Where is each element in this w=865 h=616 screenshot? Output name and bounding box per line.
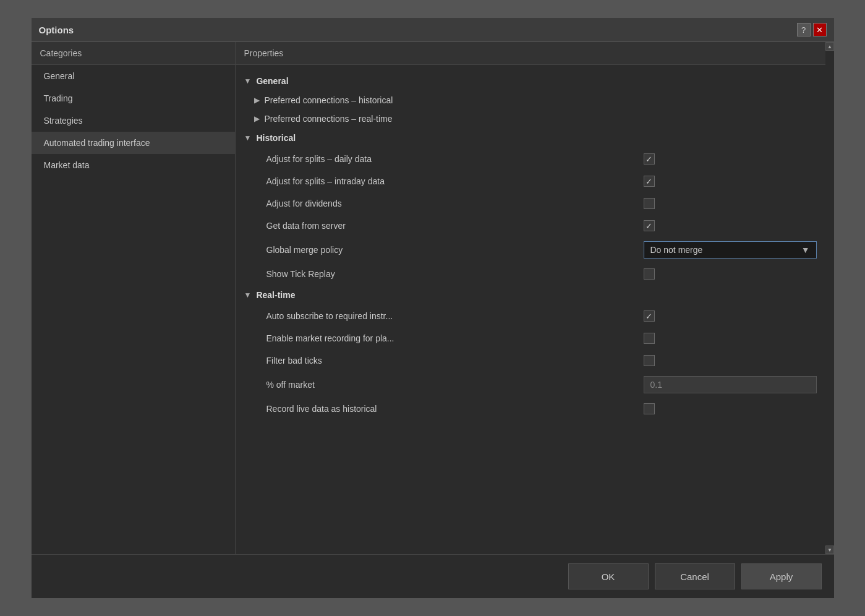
sidebar: Categories General Trading Strategies Au… — [32, 42, 236, 554]
cancel-button[interactable]: Cancel — [655, 563, 735, 589]
label-filter-bad-ticks: Filter bad ticks — [266, 356, 644, 366]
arrow-historical: ▼ — [244, 134, 252, 142]
arrow-preferred-hist: ▶ — [254, 96, 260, 105]
title-bar-left: Options — [39, 25, 74, 35]
label-adjust-splits-intraday: Adjust for splits – intraday data — [266, 176, 644, 186]
sidebar-item-automated-trading[interactable]: Automated trading interface — [32, 132, 235, 154]
arrow-preferred-rt: ▶ — [254, 114, 260, 123]
ok-button[interactable]: OK — [568, 563, 649, 589]
checkbox-show-tick-replay[interactable] — [644, 268, 655, 280]
label-show-tick-replay: Show Tick Replay — [266, 269, 644, 279]
label-enable-market-recording: Enable market recording for pla... — [266, 333, 644, 343]
row-adjust-dividends: Adjust for dividends — [236, 192, 825, 215]
dialog-title: Options — [39, 25, 74, 35]
scroll-track[interactable] — [825, 51, 834, 545]
properties-header: Properties — [236, 42, 825, 65]
control-get-data-server — [644, 220, 817, 231]
sidebar-item-trading[interactable]: Trading — [32, 87, 235, 109]
row-auto-subscribe: Auto subscribe to required instr... — [236, 305, 825, 327]
row-global-merge: Global merge policy Do not merge ▼ — [236, 237, 825, 263]
label-record-live-data: Record live data as historical — [266, 404, 644, 414]
control-show-tick-replay — [644, 268, 817, 280]
control-filter-bad-ticks — [644, 355, 817, 366]
label-adjust-dividends: Adjust for dividends — [266, 199, 644, 208]
row-enable-market-recording: Enable market recording for pla... — [236, 327, 825, 349]
properties-content[interactable]: ▼ General ▶ Preferred connections – hist… — [236, 65, 825, 554]
checkbox-auto-subscribe[interactable] — [644, 310, 655, 322]
apply-button[interactable]: Apply — [741, 563, 822, 589]
section-historical[interactable]: ▼ Historical — [236, 128, 825, 148]
label-adjust-splits-daily: Adjust for splits – daily data — [266, 154, 644, 164]
control-adjust-splits-daily — [644, 153, 817, 165]
sidebar-header: Categories — [32, 42, 235, 65]
label-pct-off-market: % off market — [266, 380, 644, 390]
control-record-live-data — [644, 403, 817, 414]
checkbox-record-live-data[interactable] — [644, 403, 655, 414]
row-record-live-data: Record live data as historical — [236, 398, 825, 420]
checkbox-get-data-server[interactable] — [644, 220, 655, 231]
scroll-down-btn[interactable]: ▼ — [825, 545, 834, 554]
control-enable-market-recording — [644, 333, 817, 344]
dropdown-arrow-icon: ▼ — [801, 245, 810, 255]
row-get-data-server: Get data from server — [236, 215, 825, 237]
main-panel: Properties ▼ General ▶ Preferred connect… — [236, 42, 825, 554]
row-adjust-splits-daily: Adjust for splits – daily data — [236, 148, 825, 170]
checkbox-adjust-splits-daily[interactable] — [644, 153, 655, 165]
control-adjust-dividends — [644, 198, 817, 209]
sub-item-preferred-historical[interactable]: ▶ Preferred connections – historical — [236, 91, 825, 109]
section-realtime-label: Real-time — [256, 290, 295, 300]
section-historical-label: Historical — [256, 133, 296, 143]
scrollbar[interactable]: ▲ ▼ — [825, 42, 834, 554]
label-global-merge: Global merge policy — [266, 245, 644, 255]
options-dialog: Options ? ✕ Categories General Trading S… — [31, 17, 835, 599]
preferred-realtime-label: Preferred connections – real-time — [265, 114, 393, 124]
dropdown-global-merge[interactable]: Do not merge ▼ — [644, 241, 817, 259]
title-bar: Options ? ✕ — [32, 18, 834, 42]
sidebar-item-general[interactable]: General — [32, 65, 235, 87]
checkbox-adjust-dividends[interactable] — [644, 198, 655, 209]
row-filter-bad-ticks: Filter bad ticks — [236, 349, 825, 372]
checkbox-filter-bad-ticks[interactable] — [644, 355, 655, 366]
close-button[interactable]: ✕ — [813, 23, 827, 36]
control-adjust-splits-intraday — [644, 176, 817, 187]
control-global-merge: Do not merge ▼ — [644, 241, 817, 259]
title-buttons: ? ✕ — [797, 23, 827, 36]
section-realtime[interactable]: ▼ Real-time — [236, 285, 825, 305]
help-button[interactable]: ? — [797, 23, 811, 36]
footer: OK Cancel Apply — [32, 554, 834, 598]
label-auto-subscribe: Auto subscribe to required instr... — [266, 311, 644, 321]
dropdown-global-merge-value: Do not merge — [650, 245, 703, 255]
label-get-data-server: Get data from server — [266, 221, 644, 231]
row-show-tick-replay: Show Tick Replay — [236, 263, 825, 285]
content-area: Categories General Trading Strategies Au… — [32, 42, 834, 554]
arrow-realtime: ▼ — [244, 291, 252, 299]
checkbox-enable-market-recording[interactable] — [644, 333, 655, 344]
checkbox-adjust-splits-intraday[interactable] — [644, 176, 655, 187]
control-auto-subscribe — [644, 310, 817, 322]
arrow-general: ▼ — [244, 77, 252, 85]
control-pct-off-market — [644, 376, 817, 393]
row-pct-off-market: % off market — [236, 372, 825, 398]
sidebar-item-strategies[interactable]: Strategies — [32, 109, 235, 132]
sub-item-preferred-realtime[interactable]: ▶ Preferred connections – real-time — [236, 109, 825, 128]
input-pct-off-market[interactable] — [644, 376, 817, 393]
row-adjust-splits-intraday: Adjust for splits – intraday data — [236, 170, 825, 192]
section-general[interactable]: ▼ General — [236, 71, 825, 91]
section-general-label: General — [256, 76, 288, 86]
scroll-up-btn[interactable]: ▲ — [825, 42, 834, 51]
sidebar-item-market-data[interactable]: Market data — [32, 154, 235, 176]
preferred-historical-label: Preferred connections – historical — [265, 95, 393, 105]
